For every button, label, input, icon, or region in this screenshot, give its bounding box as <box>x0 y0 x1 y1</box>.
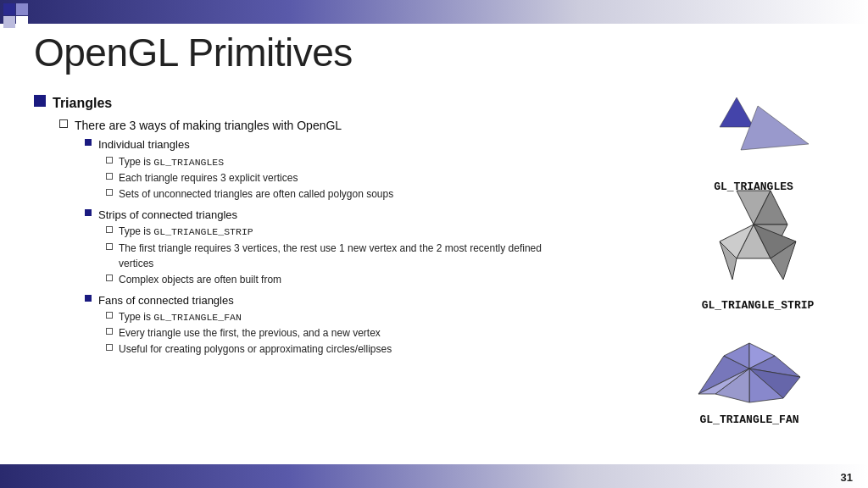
fan-svg <box>682 330 817 407</box>
l3-fans-bullet-icon <box>85 295 92 302</box>
top-bar <box>0 0 868 24</box>
main-content: Triangles There are 3 ways of making tri… <box>34 93 576 358</box>
bullet-l4-useful: Useful for creating polygons or approxim… <box>106 341 576 357</box>
gl-strip-label: GL_TRIANGLE_STRIP <box>686 299 830 312</box>
l4-bullet-icon-3 <box>106 189 113 196</box>
l4-strip-bullet-1 <box>106 226 113 233</box>
l4-type-strip-text: Type is GL_TRIANGLE_STRIP <box>119 224 253 239</box>
bullet-l4-complex-objects: Complex objects are often built from <box>106 272 576 287</box>
bottom-bar <box>0 464 868 488</box>
logo-sq-1 <box>3 3 15 15</box>
l2-bullet-icon <box>59 119 68 128</box>
l4-complex-objects-text: Complex objects are often built from <box>119 272 281 287</box>
l4-first-triangle-text: The first triangle requires 3 vertices, … <box>119 241 576 271</box>
gl-fan-label: GL_TRIANGLE_FAN <box>682 413 817 426</box>
triangles-svg <box>690 89 817 174</box>
diagram-gl-strip: GL_TRIANGLE_STRIP <box>686 182 830 312</box>
code-gl-strip: GL_TRIANGLE_STRIP <box>153 226 253 237</box>
l3-strips-text: Strips of connected triangles <box>98 207 237 224</box>
bullet-l4-first-triangle: The first triangle requires 3 vertices, … <box>106 241 576 271</box>
bullet-l3-fans: Fans of connected triangles <box>85 292 576 309</box>
l4-useful-text: Useful for creating polygons or approxim… <box>119 341 392 357</box>
strip-svg <box>686 182 830 292</box>
l4-strip-bullet-3 <box>106 274 113 281</box>
page-title: OpenGL Primitives <box>34 30 353 75</box>
bullet-l4-polygon-soups: Sets of unconnected triangles are often … <box>106 186 576 202</box>
l4-every-triangle-text: Every triangle use the first, the previo… <box>119 325 381 341</box>
svg-marker-0 <box>720 97 754 127</box>
bullet-l1-triangles: Triangles <box>34 93 576 114</box>
l1-triangles-text: Triangles <box>53 93 112 114</box>
l4-bullet-icon <box>106 157 113 164</box>
diagram-gl-fan: GL_TRIANGLE_FAN <box>682 330 817 426</box>
bullet-l3-individual: Individual triangles <box>85 136 576 153</box>
page-number: 31 <box>841 471 853 484</box>
l2-3ways-text: There are 3 ways of making triangles wit… <box>75 117 342 135</box>
l1-bullet-icon <box>34 95 46 107</box>
l3-bullet-icon <box>85 139 92 146</box>
svg-marker-1 <box>741 106 809 150</box>
l4-fan-bullet-3 <box>106 344 113 351</box>
logo-area <box>3 3 28 28</box>
l3-strips-bullet-icon <box>85 209 92 216</box>
code-gl-fan: GL_TRIANGLE_FAN <box>153 312 242 323</box>
l4-type-fan-text: Type is GL_TRIANGLE_FAN <box>119 309 242 324</box>
diagram-gl-triangles: GL_TRIANGLES <box>690 89 817 193</box>
bullet-l3-strips: Strips of connected triangles <box>85 207 576 224</box>
l4-strip-bullet-2 <box>106 243 113 250</box>
l3-individual-text: Individual triangles <box>98 136 190 153</box>
bullet-l2-3ways: There are 3 ways of making triangles wit… <box>59 117 576 135</box>
l4-polygon-soups-text: Sets of unconnected triangles are often … <box>119 186 393 202</box>
bullet-l4-type-strip: Type is GL_TRIANGLE_STRIP <box>106 224 576 239</box>
logo-sq-2 <box>16 3 28 15</box>
l4-explicit-vertices-text: Each triangle requires 3 explicit vertic… <box>119 170 298 186</box>
l4-type-triangles-text: Type is GL_TRIANGLES <box>119 154 224 169</box>
logo-sq-4 <box>16 16 28 28</box>
l4-fan-bullet-2 <box>106 328 113 335</box>
bullet-l4-type-triangles: Type is GL_TRIANGLES <box>106 154 576 169</box>
logo-sq-3 <box>3 16 15 28</box>
code-gl-triangles: GL_TRIANGLES <box>153 157 224 168</box>
bullet-l4-explicit-vertices: Each triangle requires 3 explicit vertic… <box>106 170 576 186</box>
bullet-l4-every-triangle: Every triangle use the first, the previo… <box>106 325 576 341</box>
l4-bullet-icon-2 <box>106 173 113 180</box>
l4-fan-bullet-1 <box>106 312 113 319</box>
l3-fans-text: Fans of connected triangles <box>98 292 234 309</box>
bullet-l4-type-fan: Type is GL_TRIANGLE_FAN <box>106 309 576 324</box>
